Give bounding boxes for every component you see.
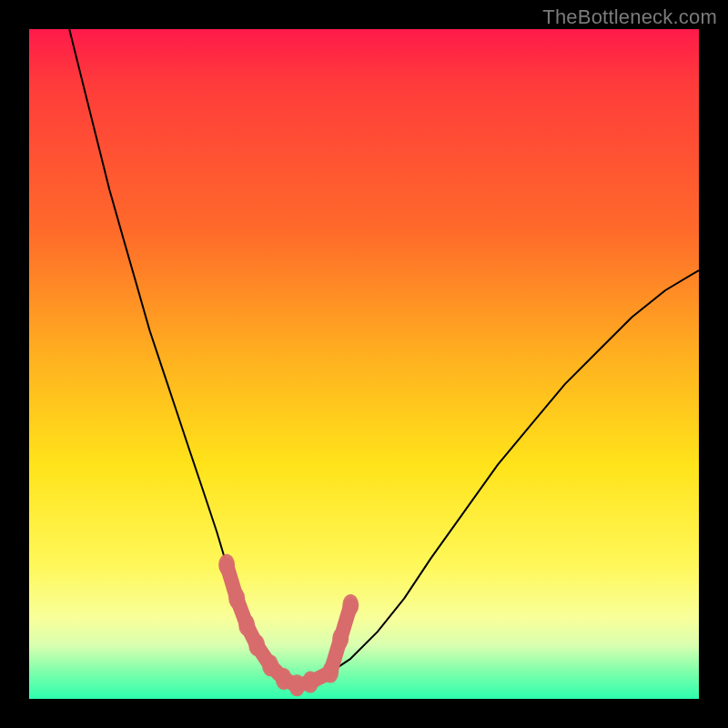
bottleneck-chart (29, 29, 699, 699)
marker-left-arm-4 (248, 634, 265, 656)
marker-left-arm-3 (238, 614, 255, 636)
bottleneck-curve (69, 29, 699, 685)
marker-valley-1 (262, 654, 278, 676)
watermark-text: TheBottleneck.com (542, 5, 717, 29)
marker-valley-4 (302, 672, 318, 693)
marker-left-arm-1 (218, 554, 235, 576)
marker-right-arm-1 (322, 662, 339, 683)
marker-right-arm-3 (342, 594, 359, 616)
marker-right-arm-2 (332, 628, 349, 650)
marker-left-arm-2 (228, 588, 245, 610)
chart-frame (29, 29, 699, 699)
